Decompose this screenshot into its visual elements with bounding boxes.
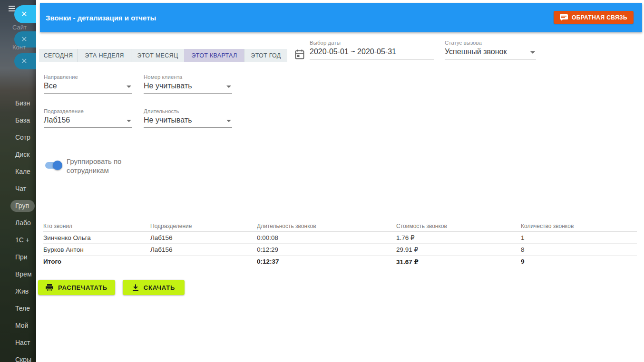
toggle-knob [53,161,62,170]
table-row: Бурков Антон Лаб156 0:12:29 29.91 ₽ 8 [43,244,637,256]
chevron-down-icon [530,51,535,54]
sidebar-item-time[interactable]: Врем [15,269,35,279]
cell-caller: Бурков Антон [43,246,150,253]
period-tabs: СЕГОДНЯ ЭТА НЕДЕЛЯ ЭТОТ МЕСЯЦ ЭТОТ КВАРТ… [39,49,287,62]
cell-duration: 0:00:08 [257,234,396,241]
panel-header: Звонки - детализация и отчеты ОБРАТНАЯ С… [40,3,642,32]
client-number-value: Не учитывать [144,82,192,90]
sidebar-item-base[interactable]: База [15,115,35,125]
close-icon: ✕ [21,10,27,18]
call-status-select[interactable]: Статус вызова Успешный звонок [445,40,536,59]
duration-select[interactable]: Длительность Не учитывать [144,108,232,128]
feedback-button-label: ОБРАТНАЯ СВЯЗЬ [572,14,627,21]
col-header-cost: Стоимость звонков [396,223,521,229]
total-count: 9 [521,258,528,265]
download-icon [132,284,139,291]
calls-report-table: Кто звонил Подразделение Длительность зв… [43,220,637,267]
cell-caller: Зинченко Ольга [43,234,150,241]
department-label: Подразделение [44,108,84,114]
col-header-caller: Кто звонил [43,223,150,229]
tab-this-month[interactable]: ЭТОТ МЕСЯЦ [131,49,184,62]
col-header-count: Количество звонков [521,223,577,229]
print-button[interactable]: РАСПЕЧАТАТЬ [38,280,115,295]
slider-close-button[interactable]: ✕ [14,5,36,23]
sidebar-item-business[interactable]: Бизн [15,98,35,108]
date-range-label: Выбор даты [310,40,341,46]
total-duration: 0:12:37 [257,258,396,265]
table-row: Зинченко Ольга Лаб156 0:00:08 1.76 ₽ 1 [43,232,637,244]
sidebar-item-contacts[interactable]: Конт [12,44,36,51]
call-status-label: Статус вызова [445,40,482,46]
download-button[interactable]: СКАЧАТЬ [123,280,185,295]
chevron-down-icon [226,86,231,88]
print-button-label: РАСПЕЧАТАТЬ [58,284,107,291]
sidebar-item-settings[interactable]: Наст [15,338,35,348]
sidebar-item-lab[interactable]: Лабо [15,218,35,228]
cell-cost: 29.91 ₽ [396,246,521,253]
cell-count: 1 [521,234,528,241]
client-number-select[interactable]: Номер клиента Не учитывать [144,74,232,94]
group-by-employee-toggle[interactable] [45,162,63,169]
client-number-label: Номер клиента [144,74,182,80]
call-status-value: Успешный звонок [445,48,507,56]
sidebar-item-chat[interactable]: Чат [15,184,35,194]
date-range-input[interactable]: Выбор даты 2020-05-01 ~ 2020-05-31 [310,40,434,59]
tab-this-year[interactable]: ЭТОТ ГОД [244,49,287,62]
direction-label: Направление [44,74,78,80]
tab-this-quarter[interactable]: ЭТОТ КВАРТАЛ [184,49,244,62]
sidebar-item-apps[interactable]: При [15,252,35,262]
duration-value: Не учитывать [144,116,192,124]
cell-count: 8 [521,246,528,253]
close-icon: ✕ [21,57,27,65]
chevron-down-icon [226,120,231,122]
sidebar-item-my[interactable]: Мой [15,321,35,331]
feedback-button[interactable]: ОБРАТНАЯ СВЯЗЬ [554,11,634,24]
download-button-label: СКАЧАТЬ [144,284,175,291]
col-header-duration: Длительность звонков [257,223,396,229]
cell-duration: 0:12:29 [257,246,396,253]
department-select[interactable]: Подразделение Лаб156 [44,108,132,128]
sidebar-item-disk[interactable]: Диск [15,150,35,160]
chevron-down-icon [127,120,131,122]
sidebar-item-feed[interactable]: Жив [15,286,35,296]
chat-bubble-icon [560,14,568,21]
sidebar-item-site[interactable]: Сайт [12,24,36,31]
close-icon: ✕ [21,36,27,43]
slider-close-button-3[interactable]: ✕ [14,53,36,69]
total-label: Итого [43,258,150,265]
sidebar-item-groups-active[interactable]: Груп [10,200,35,212]
page-title: Звонки - детализация и отчеты [46,3,156,32]
sidebar-item-hide[interactable]: Скры [15,355,35,362]
chevron-down-icon [127,86,131,88]
sidebar-menu: Бизн База Сотр Диск Кале Чат Груп Лабо 1… [15,98,35,362]
table-header-row: Кто звонил Подразделение Длительность зв… [43,220,637,232]
department-value: Лаб156 [44,116,70,124]
tab-this-week[interactable]: ЭТА НЕДЕЛЯ [78,49,131,62]
col-header-department: Подразделение [150,223,257,229]
sidebar-item-employees[interactable]: Сотр [15,133,35,143]
calendar-icon[interactable] [295,49,304,61]
duration-label: Длительность [144,108,179,114]
direction-select[interactable]: Направление Все [44,74,132,94]
cell-department: Лаб156 [150,246,257,253]
sidebar-item-1c[interactable]: 1С + [15,235,35,245]
group-by-employee-label: Группировать по сотрудникам [67,157,143,175]
cell-department: Лаб156 [150,234,257,241]
table-total-row: Итого 0:12:37 31.67 ₽ 9 [43,256,637,267]
printer-icon [46,284,53,291]
direction-value: Все [44,82,57,90]
sidebar-item-calendar[interactable]: Кале [15,167,35,177]
sidebar-item-telephony[interactable]: Теле [15,304,35,314]
cell-cost: 1.76 ₽ [396,234,521,241]
tab-today[interactable]: СЕГОДНЯ [39,49,78,62]
report-panel: Звонки - детализация и отчеты ОБРАТНАЯ С… [36,0,644,362]
hamburger-icon[interactable] [9,6,15,11]
date-range-value: 2020-05-01 ~ 2020-05-31 [310,48,396,56]
total-cost: 31.67 ₽ [396,258,521,266]
